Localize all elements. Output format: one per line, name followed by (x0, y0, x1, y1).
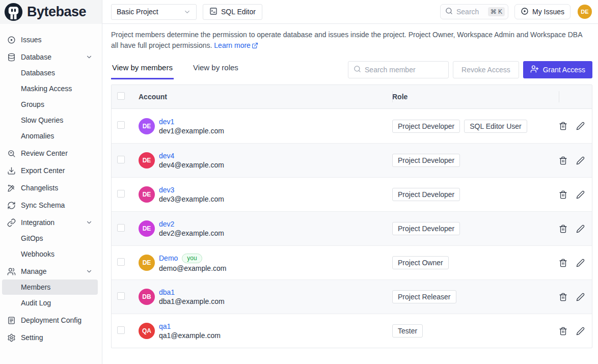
external-link-icon (252, 41, 258, 52)
brand[interactable]: Bytebase (0, 0, 102, 24)
sidebar-item-issues[interactable]: Issues (2, 32, 98, 47)
my-issues-button[interactable]: My Issues (514, 4, 570, 19)
global-search[interactable]: Search ⌘ K (440, 4, 508, 19)
sidebar-item-slow-queries[interactable]: Slow Queries (2, 113, 98, 128)
sidebar-item-anomalies[interactable]: Anomalies (2, 128, 98, 144)
edit-member-icon[interactable] (576, 156, 585, 165)
row-checkbox[interactable] (117, 121, 125, 129)
grant-access-button[interactable]: Grant Access (523, 61, 592, 78)
row-checkbox[interactable] (117, 190, 125, 198)
sync-schema-icon (7, 201, 16, 210)
table-header: Account Role (112, 85, 592, 109)
delete-member-icon[interactable] (559, 190, 567, 199)
sidebar-item-setting[interactable]: Setting (2, 330, 98, 345)
member-name-link[interactable]: dba1 (159, 288, 175, 296)
member-roles: Project Owner (392, 256, 559, 269)
tab-view-by-members[interactable]: View by members (111, 60, 174, 79)
chevron-down-icon (183, 8, 191, 16)
user-avatar[interactable]: DE (578, 5, 592, 19)
tab-view-by-roles[interactable]: View by roles (192, 60, 239, 79)
edit-member-icon[interactable] (576, 327, 585, 335)
sidebar-nav: Issues Database Databases Masking Access… (0, 24, 102, 364)
delete-member-icon[interactable] (559, 327, 567, 335)
app-window: Bytebase Basic Project SQL Editor Sea (0, 0, 598, 364)
sidebar-item-databases[interactable]: Databases (2, 65, 98, 80)
edit-member-icon[interactable] (576, 190, 585, 199)
sidebar-item-export-center[interactable]: Export Center (2, 163, 98, 178)
sidebar-item-audit-log[interactable]: Audit Log (2, 295, 98, 311)
member-name-link[interactable]: Demo (159, 254, 178, 262)
sidebar-item-review-center[interactable]: Review Center (2, 146, 98, 161)
member-name-link[interactable]: dev3 (159, 186, 174, 194)
chevron-down-icon[interactable] (86, 268, 93, 275)
member-name-link[interactable]: dev2 (159, 220, 174, 228)
column-header-account: Account (139, 93, 392, 101)
search-icon (354, 65, 361, 75)
sidebar-item-integration[interactable]: Integration (2, 215, 98, 230)
member-search-input[interactable] (365, 66, 443, 74)
sidebar-item-database[interactable]: Database (2, 49, 98, 65)
sidebar-item-deployment-config[interactable]: Deployment Config (2, 313, 98, 328)
integration-icon (7, 218, 16, 227)
sidebar-item-webhooks[interactable]: Webhooks (2, 246, 98, 262)
brand-name: Bytebase (27, 4, 86, 20)
search-shortcut: ⌘ K (488, 7, 505, 16)
edit-member-icon[interactable] (576, 122, 585, 130)
member-roles: Project Developer (392, 188, 559, 201)
main-content: Project members determine the permission… (102, 24, 598, 364)
member-name-link[interactable]: qa1 (159, 322, 171, 330)
you-badge: you (182, 254, 202, 263)
project-select-value: Basic Project (117, 8, 158, 16)
edit-member-icon[interactable] (576, 225, 585, 233)
sidebar-item-members[interactable]: Members (2, 279, 98, 295)
member-name-link[interactable]: dev4 (159, 152, 174, 160)
delete-member-icon[interactable] (559, 122, 567, 130)
avatar: DB (139, 289, 155, 305)
member-roles: Project Developer (392, 154, 559, 167)
role-badge: Project Owner (392, 256, 449, 269)
chevron-down-icon[interactable] (86, 53, 93, 61)
row-checkbox[interactable] (117, 224, 125, 232)
chevron-down-icon[interactable] (86, 219, 93, 226)
topbar: Bytebase Basic Project SQL Editor Sea (0, 0, 598, 24)
delete-member-icon[interactable] (559, 259, 567, 267)
edit-member-icon[interactable] (576, 259, 585, 267)
member-email: dev3@example.com (159, 195, 224, 203)
project-select[interactable]: Basic Project (111, 4, 197, 20)
avatar: DE (139, 255, 155, 271)
row-checkbox[interactable] (117, 292, 125, 300)
sidebar-item-groups[interactable]: Groups (2, 97, 98, 112)
row-checkbox[interactable] (117, 156, 125, 163)
delete-member-icon[interactable] (559, 293, 567, 301)
select-all-checkbox[interactable] (117, 92, 125, 100)
user-plus-icon (530, 65, 539, 75)
avatar: DE (139, 186, 155, 203)
row-checkbox[interactable] (117, 258, 125, 266)
table-row: DE dev3 dev3@example.com Project Develop… (112, 177, 592, 211)
delete-member-icon[interactable] (559, 156, 567, 165)
member-roles: Project Releaser (392, 290, 559, 303)
search-icon (445, 7, 453, 17)
sql-editor-button[interactable]: SQL Editor (203, 4, 262, 20)
sidebar-item-manage[interactable]: Manage (2, 264, 98, 279)
sidebar-item-gitops[interactable]: GitOps (2, 231, 98, 246)
table-row: QA qa1 qa1@example.com Tester (112, 314, 592, 348)
column-header-role: Role (392, 85, 559, 108)
members-table: Account Role DE dev1 dev1@example.com Pr… (111, 85, 592, 348)
avatar: DE (139, 152, 155, 169)
member-name-link[interactable]: dev1 (159, 118, 174, 126)
revoke-access-button[interactable]: Revoke Access (453, 61, 519, 78)
page-description: Project members determine the permission… (111, 30, 591, 52)
role-badge: Tester (392, 324, 423, 338)
sidebar-item-sync-schema[interactable]: Sync Schema (2, 198, 98, 213)
delete-member-icon[interactable] (559, 225, 567, 233)
member-search (348, 61, 449, 78)
table-row: DE dev2 dev2@example.com Project Develop… (112, 211, 592, 245)
member-email: qa1@example.com (159, 331, 221, 340)
row-checkbox[interactable] (117, 326, 125, 334)
sidebar-item-changelists[interactable]: Changelists (2, 180, 98, 195)
learn-more-link[interactable]: Learn more (214, 41, 258, 49)
member-email: dev1@example.com (159, 127, 224, 135)
edit-member-icon[interactable] (576, 293, 585, 301)
sidebar-item-masking-access[interactable]: Masking Access (2, 81, 98, 96)
